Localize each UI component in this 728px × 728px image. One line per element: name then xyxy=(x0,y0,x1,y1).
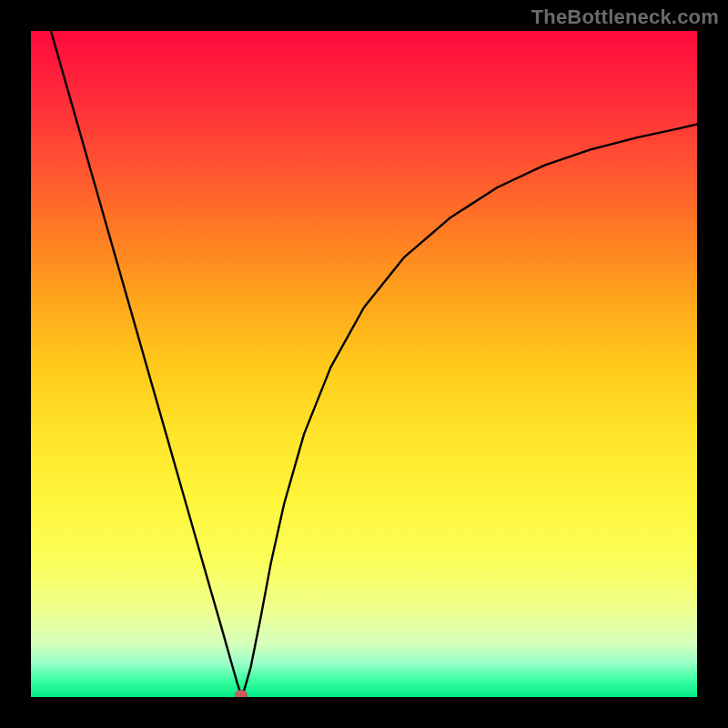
plot-area xyxy=(31,31,697,697)
optimal-point-marker xyxy=(235,690,248,697)
watermark-text: TheBottleneck.com xyxy=(531,5,719,29)
chart-frame: TheBottleneck.com xyxy=(0,0,728,728)
bottleneck-curve xyxy=(31,31,697,697)
